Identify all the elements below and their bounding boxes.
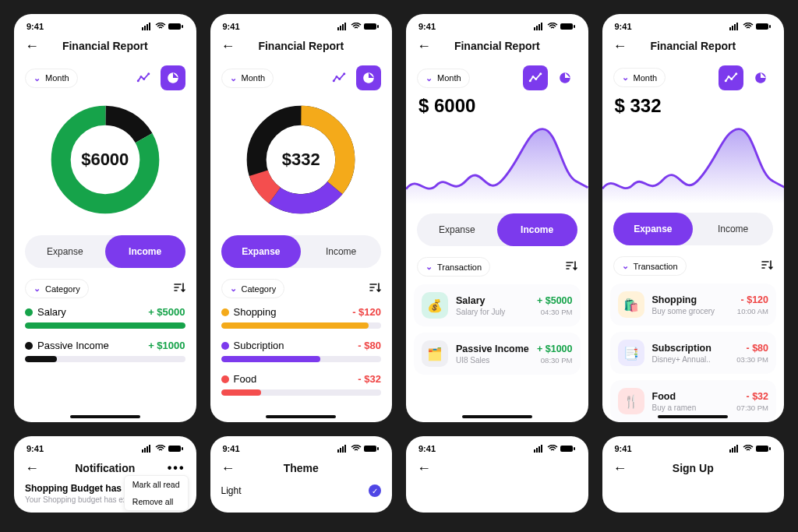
status-icons bbox=[729, 23, 772, 30]
sort-icon bbox=[761, 259, 773, 271]
transaction-item[interactable]: 🗂️Passive IncomeUI8 Sales+ $100008:30 PM bbox=[414, 333, 581, 375]
line-chart-button[interactable] bbox=[523, 65, 548, 90]
transaction-amount: + $5000 bbox=[537, 295, 573, 306]
menu-remove-all[interactable]: Remove all bbox=[125, 493, 188, 510]
category-bar bbox=[221, 322, 382, 329]
back-button[interactable]: ← bbox=[417, 461, 431, 475]
svg-rect-41 bbox=[769, 25, 771, 28]
wifi-icon bbox=[547, 23, 558, 30]
svg-point-44 bbox=[730, 78, 733, 80]
donut-center-value: $332 bbox=[282, 150, 320, 170]
transaction-item[interactable]: 📑SubscriptionDisney+ Annual..- $8003:30 … bbox=[610, 332, 777, 374]
header: ← Financial Report bbox=[14, 34, 196, 58]
sort-button[interactable] bbox=[369, 281, 381, 296]
category-selector[interactable]: ⌄ Category bbox=[221, 279, 285, 298]
transaction-selector[interactable]: ⌄ Transaction bbox=[417, 257, 490, 277]
category-label: Category bbox=[242, 284, 277, 294]
svg-rect-56 bbox=[364, 446, 376, 452]
svg-rect-52 bbox=[337, 449, 339, 453]
sort-icon bbox=[369, 281, 381, 294]
category-item[interactable]: Passive Income+ $1000 bbox=[25, 340, 185, 362]
svg-point-34 bbox=[535, 78, 537, 80]
chevron-down-icon: ⌄ bbox=[230, 73, 237, 83]
status-bar: 9:41 bbox=[210, 14, 393, 34]
expanse-income-toggle: Expanse Income bbox=[25, 235, 185, 268]
svg-point-43 bbox=[728, 76, 730, 78]
transaction-item[interactable]: 🛍️ShoppingBuy some grocery- $12010:00 AM bbox=[610, 284, 777, 326]
pie-chart-button[interactable] bbox=[356, 65, 381, 90]
status-icons bbox=[142, 445, 184, 453]
svg-rect-55 bbox=[344, 445, 346, 453]
svg-rect-36 bbox=[729, 27, 731, 30]
category-item[interactable]: Shopping- $120 bbox=[221, 306, 382, 329]
svg-rect-60 bbox=[538, 446, 540, 453]
svg-rect-48 bbox=[147, 446, 148, 453]
category-bar bbox=[25, 322, 185, 329]
svg-rect-2 bbox=[147, 24, 148, 30]
sort-button[interactable] bbox=[565, 259, 577, 274]
line-chart-button[interactable] bbox=[327, 65, 351, 90]
transaction-item[interactable]: 💰SalarySalary for July+ $500004:30 PM bbox=[414, 284, 581, 326]
back-button[interactable]: ← bbox=[25, 461, 39, 475]
transaction-icon: 🍴 bbox=[618, 388, 644, 414]
back-button[interactable]: ← bbox=[417, 39, 431, 53]
chevron-down-icon: ⌄ bbox=[622, 261, 629, 271]
pie-chart-button[interactable] bbox=[553, 65, 577, 90]
tab-expanse[interactable]: Expanse bbox=[221, 235, 302, 268]
tab-income[interactable]: Income bbox=[301, 235, 381, 268]
tab-expanse[interactable]: Expanse bbox=[417, 213, 497, 246]
screen-blank: 9:41 ← bbox=[406, 436, 588, 513]
battery-icon bbox=[364, 23, 380, 30]
back-button[interactable]: ← bbox=[221, 461, 235, 475]
sort-button[interactable] bbox=[173, 281, 185, 296]
back-button[interactable]: ← bbox=[25, 39, 39, 53]
category-amount: - $32 bbox=[358, 373, 381, 385]
pie-chart-icon bbox=[558, 71, 572, 85]
period-selector[interactable]: ⌄ Month bbox=[25, 69, 78, 88]
page-title: Financial Report bbox=[258, 40, 344, 52]
tab-expanse[interactable]: Expanse bbox=[613, 213, 694, 245]
period-selector[interactable]: ⌄ Month bbox=[613, 68, 666, 87]
more-button[interactable]: ••• bbox=[168, 461, 185, 475]
sort-button[interactable] bbox=[761, 259, 773, 273]
category-item[interactable]: Food- $32 bbox=[221, 373, 382, 396]
transaction-label: Transaction bbox=[634, 262, 678, 271]
transaction-selector[interactable]: ⌄ Transaction bbox=[613, 256, 687, 276]
transaction-title: Shopping bbox=[652, 294, 729, 305]
screen-notification: 9:41 ← Notification ••• Shopping Budget … bbox=[14, 436, 196, 513]
back-button[interactable]: ← bbox=[221, 39, 235, 53]
pie-chart-button[interactable] bbox=[161, 65, 185, 90]
back-button[interactable]: ← bbox=[613, 461, 627, 475]
transaction-time: 03:30 PM bbox=[736, 355, 768, 364]
svg-rect-31 bbox=[574, 25, 575, 28]
home-indicator bbox=[462, 415, 532, 418]
period-selector[interactable]: ⌄ Month bbox=[417, 69, 470, 88]
category-dot-icon bbox=[221, 308, 229, 316]
menu-mark-all-read[interactable]: Mark all read bbox=[125, 476, 188, 493]
tab-income[interactable]: Income bbox=[105, 235, 185, 268]
tab-income[interactable]: Income bbox=[693, 213, 773, 245]
line-chart-button[interactable] bbox=[719, 65, 743, 90]
category-dot-icon bbox=[221, 375, 229, 383]
tab-expanse[interactable]: Expanse bbox=[25, 235, 105, 268]
back-button[interactable]: ← bbox=[613, 39, 627, 53]
svg-rect-15 bbox=[344, 23, 346, 30]
pie-chart-button[interactable] bbox=[748, 65, 773, 90]
transaction-title: Food bbox=[652, 391, 729, 402]
tab-income[interactable]: Income bbox=[497, 213, 577, 246]
svg-rect-38 bbox=[734, 24, 736, 30]
transaction-title: Subscription bbox=[652, 343, 729, 354]
wifi-icon bbox=[743, 23, 754, 30]
category-item[interactable]: Salary+ $5000 bbox=[25, 306, 185, 329]
category-item[interactable]: Subcription- $80 bbox=[221, 340, 382, 362]
theme-option-light[interactable]: Light ✓ bbox=[210, 480, 393, 502]
svg-rect-61 bbox=[541, 445, 542, 453]
category-selector[interactable]: ⌄ Category bbox=[25, 279, 89, 298]
svg-rect-30 bbox=[560, 23, 573, 30]
svg-rect-59 bbox=[536, 448, 538, 453]
period-selector[interactable]: ⌄ Month bbox=[221, 69, 274, 88]
battery-icon bbox=[756, 445, 772, 453]
line-chart-button[interactable] bbox=[131, 65, 156, 90]
svg-rect-27 bbox=[536, 26, 538, 30]
svg-rect-47 bbox=[144, 448, 146, 453]
